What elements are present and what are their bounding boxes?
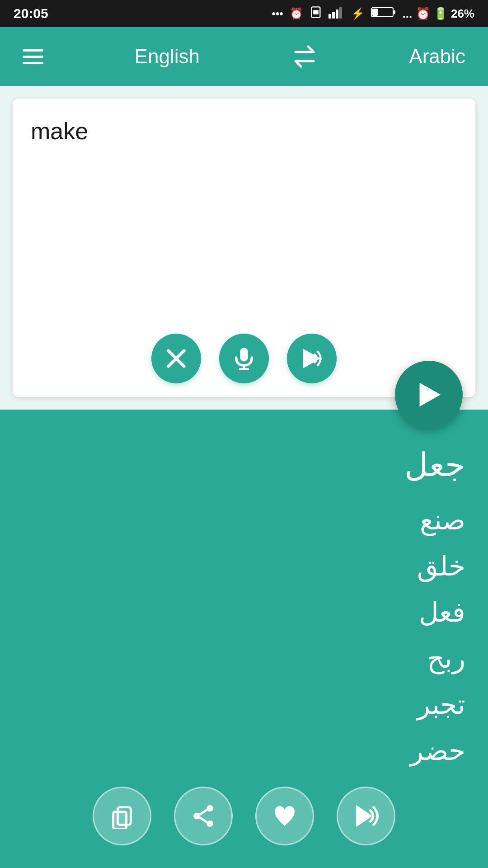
signal-icon (328, 6, 345, 21)
more-icon: ••• (272, 7, 283, 20)
svg-rect-4 (336, 9, 338, 19)
header: English Arabic (0, 27, 488, 86)
battery-percent: ... ⏰ 🔋 26% (403, 7, 474, 21)
microphone-button[interactable] (219, 334, 269, 383)
status-icons: ••• ⏰ ⚡ (272, 6, 474, 21)
content-area: make (0, 86, 488, 868)
app-root: 20:05 ••• ⏰ ⚡ (0, 0, 488, 868)
target-language-button[interactable]: Arabic (409, 45, 465, 68)
source-panel: make (13, 99, 475, 397)
source-input[interactable]: make (31, 115, 457, 325)
svg-line-22 (200, 810, 207, 815)
favorite-button[interactable] (255, 787, 314, 845)
svg-rect-3 (332, 12, 335, 19)
panels-wrapper: make (0, 86, 488, 868)
svg-rect-7 (393, 10, 395, 14)
result-alternatives: صنع خلق فعل ربح تجبر حضر (23, 497, 465, 774)
svg-rect-18 (113, 811, 127, 829)
svg-rect-5 (339, 7, 342, 19)
result-primary-text: جعل (23, 446, 465, 484)
sim-icon (310, 6, 322, 21)
battery-icon (371, 6, 396, 21)
copy-button[interactable] (93, 787, 151, 845)
result-actions (0, 787, 488, 845)
source-actions (31, 325, 457, 383)
listen-result-button[interactable] (337, 787, 395, 845)
share-button[interactable] (174, 787, 233, 845)
listen-source-button[interactable] (287, 334, 337, 383)
clear-button[interactable] (151, 334, 201, 383)
svg-rect-11 (240, 348, 248, 361)
swap-languages-button[interactable] (291, 43, 318, 70)
alarm-icon: ⏰ (290, 7, 303, 20)
menu-button[interactable] (23, 49, 43, 64)
svg-rect-8 (372, 9, 378, 16)
status-bar: 20:05 ••• ⏰ ⚡ (0, 0, 488, 27)
charging-icon: ⚡ (351, 7, 365, 20)
svg-marker-15 (420, 383, 441, 407)
result-panel: جعل صنع خلق فعل ربح تجبر حضر (0, 410, 488, 868)
svg-line-23 (200, 817, 207, 822)
status-time: 20:05 (14, 6, 48, 21)
svg-marker-24 (356, 805, 372, 827)
source-language-button[interactable]: English (135, 45, 200, 68)
svg-rect-2 (328, 14, 331, 19)
translate-button[interactable] (395, 361, 463, 429)
svg-rect-1 (313, 10, 319, 14)
